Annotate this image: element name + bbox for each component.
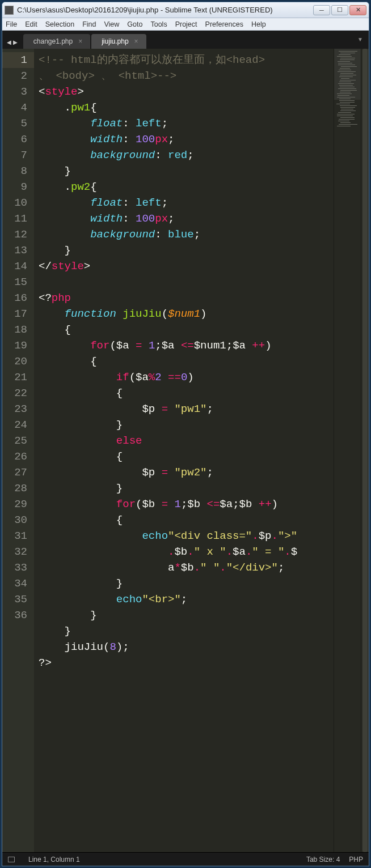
- number: 100: [136, 133, 155, 146]
- window-title: C:\Users\asus\Desktop\20161209\jiujiu.ph…: [17, 6, 313, 14]
- menu-edit[interactable]: Edit: [25, 20, 37, 28]
- variable: $a: [162, 339, 175, 352]
- string: "pw2": [174, 466, 206, 479]
- variable: $b: [142, 498, 155, 510]
- css-value: left: [136, 117, 162, 130]
- keyword: if: [116, 371, 129, 384]
- code-area[interactable]: <!-- html的内容都可以放在里面，如<head> 、 <body> 、 <…: [34, 49, 334, 852]
- statusbar: Line 1, Column 1 Tab Size: 4 PHP: [2, 852, 369, 866]
- vertical-scrollbar[interactable]: [361, 49, 369, 852]
- variable: $a: [233, 546, 246, 558]
- tab-label: change1.php: [33, 37, 73, 45]
- line-number: 16: [2, 290, 27, 306]
- menu-goto[interactable]: Goto: [127, 20, 142, 28]
- minimap[interactable]: [334, 49, 361, 852]
- number: 1: [149, 339, 155, 352]
- string: " x ": [194, 546, 226, 558]
- string: " ": [200, 561, 220, 574]
- variable: $a: [136, 371, 149, 384]
- keyword: echo: [116, 593, 142, 606]
- line-number: 25: [2, 433, 27, 449]
- line-number: 27: [2, 465, 27, 480]
- menu-help[interactable]: Help: [251, 20, 266, 28]
- keyword: echo: [142, 530, 168, 542]
- menu-preferences[interactable]: Preferences: [205, 20, 243, 28]
- app-window: C:\Users\asus\Desktop\20161209\jiujiu.ph…: [2, 2, 369, 866]
- tab-nav-arrows[interactable]: ◀ ▶: [7, 39, 18, 45]
- line-number: 10: [2, 195, 27, 211]
- line-number: 21: [2, 369, 27, 385]
- scrollbar-thumb[interactable]: [362, 49, 368, 852]
- close-button[interactable]: ✕: [349, 5, 366, 15]
- tab-jiujiu[interactable]: jiujiu.php ×: [91, 34, 146, 49]
- status-lang[interactable]: PHP: [349, 856, 363, 863]
- php-close: ?>: [39, 657, 52, 669]
- line-number: 32: [2, 544, 27, 560]
- keyword: for: [116, 498, 136, 510]
- tab-overflow-icon[interactable]: ▼: [357, 36, 363, 42]
- line-number: 34: [2, 576, 27, 592]
- window-buttons: ─ ☐ ✕: [313, 5, 366, 15]
- line-number: 15: [2, 274, 27, 290]
- variable: $num1: [168, 308, 200, 320]
- tag: style: [45, 86, 77, 98]
- menu-find[interactable]: Find: [82, 20, 96, 28]
- line-number: 30: [2, 512, 27, 528]
- line-number: 12: [2, 227, 27, 242]
- string: " = ": [252, 546, 284, 558]
- line-number: 17: [2, 306, 27, 322]
- css-value: blue: [168, 228, 194, 241]
- func-call: jiuJiu: [65, 641, 103, 653]
- variable: $p: [142, 403, 155, 415]
- string: "pw1": [174, 403, 206, 415]
- variable: $a: [116, 339, 129, 352]
- menu-view[interactable]: View: [104, 20, 119, 28]
- tab-strip: ◀ ▶ change1.php × jiujiu.php × ▼: [2, 31, 369, 49]
- comment-text: html: [125, 70, 151, 82]
- menu-tools[interactable]: Tools: [150, 20, 167, 28]
- variable: $b: [181, 561, 194, 574]
- css-prop: background: [90, 228, 155, 241]
- line-number: 18: [2, 322, 27, 338]
- line-number: 19: [2, 338, 27, 354]
- variable: $a: [233, 339, 246, 352]
- maximize-button[interactable]: ☐: [331, 5, 348, 15]
- line-number: 3: [2, 84, 27, 100]
- gutter[interactable]: 1 2 3 4 5 6 7 8 9 10 11 12 13 14 15 16 1…: [2, 49, 34, 852]
- comment-text: -->: [157, 70, 176, 82]
- line-number: 14: [2, 258, 27, 274]
- css-prop: width: [90, 212, 123, 225]
- panel-switcher-icon[interactable]: [8, 857, 15, 862]
- minimize-button[interactable]: ─: [313, 5, 330, 15]
- close-icon[interactable]: ×: [78, 37, 82, 45]
- func-name: jiuJiu: [123, 308, 161, 320]
- string: ">": [278, 530, 297, 542]
- unit: px: [155, 212, 168, 225]
- close-icon[interactable]: ×: [134, 37, 138, 45]
- app-icon: [5, 6, 14, 15]
- line-number: 1: [2, 52, 34, 68]
- comment-text: 、: [95, 70, 119, 82]
- line-number: 33: [2, 560, 27, 576]
- variable: $a: [220, 498, 233, 510]
- line-number: 26: [2, 449, 27, 465]
- titlebar[interactable]: C:\Users\asus\Desktop\20161209\jiujiu.ph…: [2, 2, 369, 18]
- comment-text: body: [62, 70, 88, 82]
- line-number: 4: [2, 100, 27, 116]
- status-tabsize[interactable]: Tab Size: 4: [306, 856, 340, 863]
- string: "<br>": [142, 593, 180, 606]
- tab-label: jiujiu.php: [102, 37, 128, 45]
- menu-selection[interactable]: Selection: [45, 20, 74, 28]
- comment-text: 、: [39, 70, 56, 82]
- keyword: for: [90, 339, 109, 352]
- editor: 1 2 3 4 5 6 7 8 9 10 11 12 13 14 15 16 1…: [2, 49, 369, 852]
- variable: $p: [259, 530, 272, 542]
- menu-project[interactable]: Project: [175, 20, 197, 28]
- line-number: 2: [2, 68, 27, 84]
- line-number: 35: [2, 592, 27, 607]
- css-value: red: [168, 149, 187, 161]
- line-number: 24: [2, 417, 27, 433]
- status-cursor[interactable]: Line 1, Column 1: [28, 856, 80, 863]
- tab-change1[interactable]: change1.php ×: [23, 34, 90, 49]
- menu-file[interactable]: File: [6, 20, 17, 28]
